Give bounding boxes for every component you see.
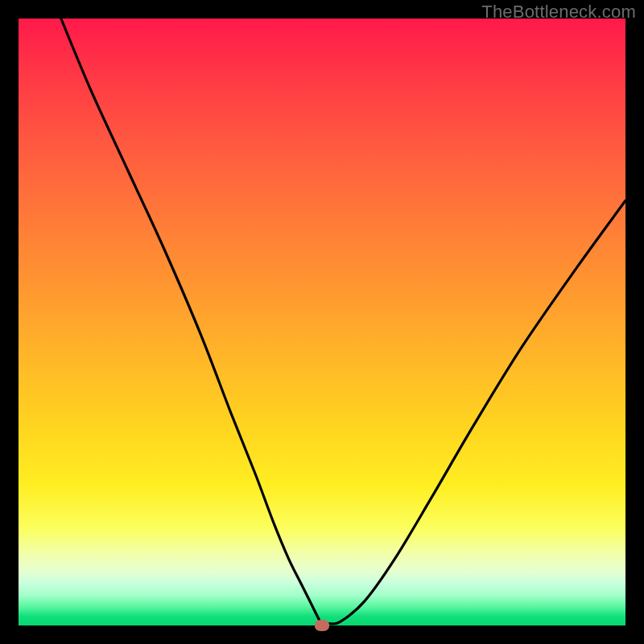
watermark-text: TheBottleneck.com bbox=[481, 2, 636, 23]
bottleneck-curve-svg bbox=[19, 19, 625, 625]
chart-frame: TheBottleneck.com bbox=[0, 0, 644, 644]
bottleneck-curve-path bbox=[61, 19, 625, 625]
bottleneck-marker-icon bbox=[315, 620, 329, 631]
